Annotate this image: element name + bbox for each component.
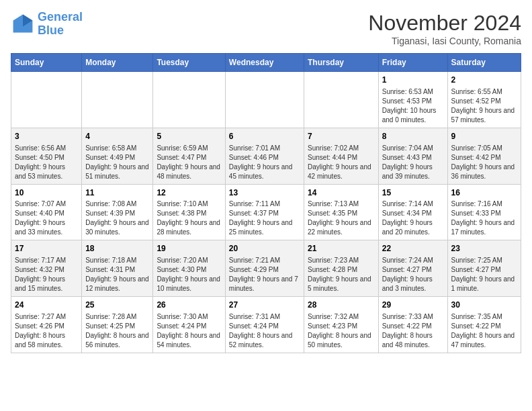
calendar-cell: 12Sunrise: 7:10 AMSunset: 4:38 PMDayligh… [153, 184, 225, 240]
calendar-cell: 6Sunrise: 7:01 AMSunset: 4:46 PMDaylight… [225, 128, 304, 184]
day-header-wednesday: Wednesday [225, 54, 304, 72]
day-number: 5 [157, 131, 221, 142]
day-info: Sunrise: 7:13 AMSunset: 4:35 PMDaylight:… [308, 199, 375, 237]
day-info: Sunrise: 7:16 AMSunset: 4:33 PMDaylight:… [451, 199, 517, 237]
day-info: Sunrise: 6:53 AMSunset: 4:53 PMDaylight:… [382, 87, 444, 125]
calendar-cell: 15Sunrise: 7:14 AMSunset: 4:34 PMDayligh… [378, 184, 447, 240]
day-header-thursday: Thursday [304, 54, 379, 72]
day-number: 26 [157, 300, 221, 311]
calendar-cell: 24Sunrise: 7:27 AMSunset: 4:26 PMDayligh… [11, 297, 82, 353]
day-info: Sunrise: 7:32 AMSunset: 4:23 PMDaylight:… [308, 312, 375, 350]
day-number: 19 [157, 243, 221, 255]
day-number: 22 [382, 243, 444, 255]
header-row: SundayMondayTuesdayWednesdayThursdayFrid… [11, 54, 521, 72]
day-info: Sunrise: 7:01 AMSunset: 4:46 PMDaylight:… [229, 144, 300, 181]
calendar-cell: 8Sunrise: 7:04 AMSunset: 4:43 PMDaylight… [378, 128, 447, 184]
calendar-cell: 11Sunrise: 7:08 AMSunset: 4:39 PMDayligh… [82, 184, 153, 240]
calendar-cell: 4Sunrise: 6:58 AMSunset: 4:49 PMDaylight… [82, 128, 153, 184]
calendar-cell: 2Sunrise: 6:55 AMSunset: 4:52 PMDaylight… [447, 72, 521, 128]
calendar-cell [82, 72, 153, 128]
logo-text: General Blue [38, 11, 83, 38]
day-number: 6 [229, 131, 300, 142]
day-info: Sunrise: 6:55 AMSunset: 4:52 PMDaylight:… [451, 87, 517, 125]
calendar-cell: 7Sunrise: 7:02 AMSunset: 4:44 PMDaylight… [304, 128, 379, 184]
day-info: Sunrise: 7:33 AMSunset: 4:22 PMDaylight:… [382, 312, 444, 350]
calendar-cell [225, 72, 304, 128]
calendar-cell: 3Sunrise: 6:56 AMSunset: 4:50 PMDaylight… [11, 128, 82, 184]
calendar-cell: 26Sunrise: 7:30 AMSunset: 4:24 PMDayligh… [153, 297, 225, 353]
calendar-cell: 5Sunrise: 6:59 AMSunset: 4:47 PMDaylight… [153, 128, 225, 184]
day-number: 21 [308, 243, 375, 255]
day-number: 28 [308, 300, 375, 311]
day-header-saturday: Saturday [447, 54, 521, 72]
day-info: Sunrise: 7:23 AMSunset: 4:28 PMDaylight:… [308, 256, 375, 293]
calendar-cell: 28Sunrise: 7:32 AMSunset: 4:23 PMDayligh… [304, 297, 379, 353]
calendar-table: SundayMondayTuesdayWednesdayThursdayFrid… [11, 53, 521, 353]
day-number: 18 [85, 243, 149, 255]
day-header-sunday: Sunday [11, 54, 82, 72]
calendar-cell: 23Sunrise: 7:25 AMSunset: 4:27 PMDayligh… [447, 240, 521, 297]
logo-icon [11, 12, 35, 36]
day-number: 8 [382, 131, 444, 142]
day-number: 30 [451, 300, 517, 311]
logo: General Blue [11, 11, 83, 38]
calendar-cell: 16Sunrise: 7:16 AMSunset: 4:33 PMDayligh… [447, 184, 521, 240]
day-number: 15 [382, 187, 444, 199]
day-number: 16 [451, 187, 517, 199]
calendar-cell: 14Sunrise: 7:13 AMSunset: 4:35 PMDayligh… [304, 184, 379, 240]
calendar-week-3: 10Sunrise: 7:07 AMSunset: 4:40 PMDayligh… [11, 184, 521, 240]
day-info: Sunrise: 7:24 AMSunset: 4:27 PMDaylight:… [382, 256, 444, 293]
day-info: Sunrise: 6:58 AMSunset: 4:49 PMDaylight:… [85, 144, 149, 181]
calendar-cell: 20Sunrise: 7:21 AMSunset: 4:29 PMDayligh… [225, 240, 304, 297]
day-info: Sunrise: 7:27 AMSunset: 4:26 PMDaylight:… [15, 312, 78, 350]
day-number: 17 [15, 243, 78, 255]
day-info: Sunrise: 7:17 AMSunset: 4:32 PMDaylight:… [15, 256, 78, 293]
day-info: Sunrise: 7:11 AMSunset: 4:37 PMDaylight:… [229, 199, 300, 237]
day-number: 25 [85, 300, 149, 311]
day-number: 7 [308, 131, 375, 142]
day-number: 23 [451, 243, 517, 255]
day-header-tuesday: Tuesday [153, 54, 225, 72]
day-number: 24 [15, 300, 78, 311]
calendar-cell: 10Sunrise: 7:07 AMSunset: 4:40 PMDayligh… [11, 184, 82, 240]
main-title: November 2024 [368, 11, 521, 36]
calendar-cell: 17Sunrise: 7:17 AMSunset: 4:32 PMDayligh… [11, 240, 82, 297]
day-number: 29 [382, 300, 444, 311]
calendar-cell: 1Sunrise: 6:53 AMSunset: 4:53 PMDaylight… [378, 72, 447, 128]
day-info: Sunrise: 7:04 AMSunset: 4:43 PMDaylight:… [382, 144, 444, 181]
day-number: 9 [451, 131, 517, 142]
day-info: Sunrise: 7:25 AMSunset: 4:27 PMDaylight:… [451, 256, 517, 293]
calendar-week-5: 24Sunrise: 7:27 AMSunset: 4:26 PMDayligh… [11, 297, 521, 353]
day-number: 4 [85, 131, 149, 142]
calendar-cell: 29Sunrise: 7:33 AMSunset: 4:22 PMDayligh… [378, 297, 447, 353]
day-info: Sunrise: 7:07 AMSunset: 4:40 PMDaylight:… [15, 199, 78, 237]
day-number: 1 [382, 75, 444, 86]
calendar-cell: 22Sunrise: 7:24 AMSunset: 4:27 PMDayligh… [378, 240, 447, 297]
day-number: 2 [451, 75, 517, 86]
calendar-week-4: 17Sunrise: 7:17 AMSunset: 4:32 PMDayligh… [11, 240, 521, 297]
day-number: 27 [229, 300, 300, 311]
day-number: 3 [15, 131, 78, 142]
day-number: 14 [308, 187, 375, 199]
day-info: Sunrise: 7:10 AMSunset: 4:38 PMDaylight:… [157, 199, 221, 237]
day-info: Sunrise: 7:14 AMSunset: 4:34 PMDaylight:… [382, 199, 444, 237]
day-info: Sunrise: 6:56 AMSunset: 4:50 PMDaylight:… [15, 144, 78, 181]
calendar-cell [304, 72, 379, 128]
calendar-week-1: 1Sunrise: 6:53 AMSunset: 4:53 PMDaylight… [11, 72, 521, 128]
day-number: 10 [15, 187, 78, 199]
day-info: Sunrise: 6:59 AMSunset: 4:47 PMDaylight:… [157, 144, 221, 181]
calendar-week-2: 3Sunrise: 6:56 AMSunset: 4:50 PMDaylight… [11, 128, 521, 184]
day-info: Sunrise: 7:08 AMSunset: 4:39 PMDaylight:… [85, 199, 149, 237]
calendar-cell: 30Sunrise: 7:35 AMSunset: 4:22 PMDayligh… [447, 297, 521, 353]
title-area: November 2024 Tiganasi, Iasi County, Rom… [368, 11, 521, 46]
day-info: Sunrise: 7:35 AMSunset: 4:22 PMDaylight:… [451, 312, 517, 350]
day-number: 11 [85, 187, 149, 199]
day-header-friday: Friday [378, 54, 447, 72]
calendar-cell [153, 72, 225, 128]
day-number: 12 [157, 187, 221, 199]
day-info: Sunrise: 7:21 AMSunset: 4:29 PMDaylight:… [229, 256, 300, 293]
calendar-cell: 27Sunrise: 7:31 AMSunset: 4:24 PMDayligh… [225, 297, 304, 353]
day-info: Sunrise: 7:20 AMSunset: 4:30 PMDaylight:… [157, 256, 221, 293]
day-number: 20 [229, 243, 300, 255]
day-number: 13 [229, 187, 300, 199]
